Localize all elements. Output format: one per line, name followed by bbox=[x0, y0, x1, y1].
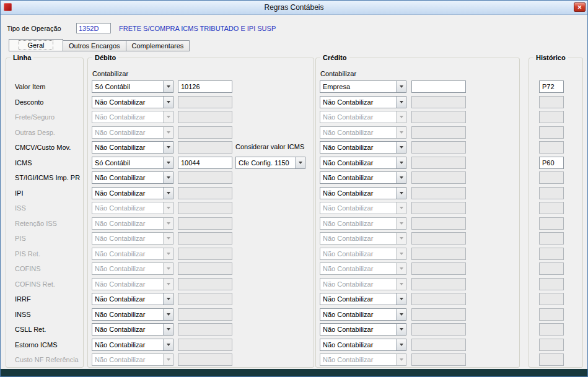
debito-contabilizar-select[interactable]: Não Contabilizar bbox=[92, 187, 173, 199]
credito-contabilizar-select: Não Contabilizar bbox=[320, 111, 406, 123]
dropdown-arrow-icon bbox=[396, 293, 406, 305]
debito-contabilizar-select-value: Não Contabilizar bbox=[92, 172, 163, 183]
debito-account-input[interactable]: 10044 bbox=[178, 157, 232, 169]
row-label: Outras Desp. bbox=[15, 126, 55, 139]
historico-input bbox=[539, 293, 564, 305]
tab-bar: Geral Outros Encargos Complementares bbox=[9, 39, 189, 51]
debito-contabilizar-select[interactable]: Não Contabilizar bbox=[92, 141, 173, 154]
debito-account-input bbox=[178, 308, 232, 321]
credito-contabilizar-select[interactable]: Não Contabilizar bbox=[320, 157, 406, 169]
debito-contabilizar-select[interactable]: Só Contábil bbox=[92, 80, 173, 93]
credito-contabilizar-select-value: Não Contabilizar bbox=[320, 263, 396, 274]
dropdown-arrow-icon bbox=[396, 111, 406, 123]
dropdown-arrow-icon bbox=[396, 309, 406, 320]
debito-contabilizar-select[interactable]: Não Contabilizar bbox=[92, 293, 173, 305]
debito-contabilizar-select: Não Contabilizar bbox=[92, 202, 173, 214]
credito-account-input bbox=[411, 232, 466, 245]
credito-contabilizar-select: Não Contabilizar bbox=[320, 278, 406, 290]
debito-account-input bbox=[178, 187, 232, 199]
historico-input bbox=[539, 248, 564, 260]
credito-contabilizar-select[interactable]: Não Contabilizar bbox=[320, 171, 406, 184]
debito-contabilizar-select-value: Só Contábil bbox=[92, 157, 163, 168]
dropdown-arrow-icon bbox=[396, 354, 406, 365]
group-credito-title: Crédito bbox=[320, 54, 349, 61]
dropdown-arrow-icon bbox=[396, 172, 406, 183]
dropdown-arrow-icon bbox=[396, 81, 406, 92]
debito-contabilizar-select[interactable]: Não Contabilizar bbox=[92, 323, 173, 336]
credito-contabilizar-select[interactable]: Não Contabilizar bbox=[320, 187, 406, 199]
debito-contabilizar-select-value: Não Contabilizar bbox=[92, 309, 163, 320]
dropdown-arrow-icon bbox=[396, 142, 406, 153]
operation-header: Tipo de Operação 1352D FRETE S/COMPRA IC… bbox=[7, 22, 276, 34]
credito-contabilizar-select[interactable]: Não Contabilizar bbox=[320, 323, 406, 336]
debito-contabilizar-select-value: Não Contabilizar bbox=[92, 279, 163, 290]
dropdown-arrow-icon bbox=[396, 202, 406, 214]
dropdown-arrow-icon bbox=[163, 157, 173, 168]
debito-contabilizar-select: Não Contabilizar bbox=[92, 126, 173, 139]
window-title: Regras Contábeis bbox=[264, 3, 323, 12]
historico-input bbox=[539, 126, 564, 139]
credito-contabilizar-select-value: Não Contabilizar bbox=[320, 111, 396, 123]
dropdown-arrow-icon bbox=[163, 142, 173, 153]
dropdown-arrow-icon bbox=[295, 157, 305, 168]
credito-account-input bbox=[411, 187, 466, 199]
debito-contabilizar-select[interactable]: Não Contabilizar bbox=[92, 171, 173, 184]
debito-account-input bbox=[178, 126, 232, 139]
credito-contabilizar-select[interactable]: Não Contabilizar bbox=[320, 96, 406, 108]
considerar-icms-select[interactable]: Cfe Config. 1150 bbox=[235, 157, 305, 169]
debito-contabilizar-select-value: Não Contabilizar bbox=[92, 354, 163, 365]
tab-geral[interactable]: Geral bbox=[9, 39, 63, 51]
debito-contabilizar-select[interactable]: Não Contabilizar bbox=[92, 339, 173, 351]
group-linha: Linha Valor ItemDescontoFrete/SeguroOutr… bbox=[6, 58, 84, 368]
credito-account-input bbox=[411, 141, 466, 154]
debito-account-input bbox=[178, 293, 232, 305]
debito-account-input bbox=[178, 217, 232, 230]
close-button[interactable]: ✕ bbox=[574, 2, 586, 12]
dropdown-arrow-icon bbox=[163, 188, 173, 199]
credito-account-input bbox=[411, 308, 466, 321]
tipo-operacao-input[interactable]: 1352D bbox=[76, 23, 111, 33]
credito-account-input bbox=[411, 157, 466, 169]
row-label: Custo NF Referência bbox=[15, 353, 79, 366]
credito-contabilizar-select: Não Contabilizar bbox=[320, 232, 406, 245]
credito-contabilizar-select[interactable]: Não Contabilizar bbox=[320, 308, 406, 321]
credito-account-input bbox=[411, 293, 466, 305]
credito-contabilizar-select[interactable]: Não Contabilizar bbox=[320, 293, 406, 305]
row-label: ICMS bbox=[15, 157, 32, 169]
credito-contabilizar-select[interactable]: Empresa bbox=[320, 80, 406, 93]
debito-contabilizar-select: Não Contabilizar bbox=[92, 262, 173, 275]
row-label: CSLL Ret. bbox=[15, 323, 46, 336]
debito-contabilizar-select[interactable]: Só Contábil bbox=[92, 157, 173, 169]
tab-outros-encargos-label: Outros Encargos bbox=[69, 42, 120, 50]
credito-contabilizar-select-value: Não Contabilizar bbox=[320, 202, 396, 214]
credito-contabilizar-select[interactable]: Não Contabilizar bbox=[320, 141, 406, 154]
dropdown-arrow-icon bbox=[396, 324, 406, 335]
debito-contabilizar-select-value: Não Contabilizar bbox=[92, 188, 163, 199]
dropdown-arrow-icon bbox=[396, 263, 406, 274]
debito-account-input bbox=[178, 171, 232, 184]
debito-contabilizar-select-value: Não Contabilizar bbox=[92, 293, 163, 305]
historico-input[interactable]: P60 bbox=[539, 157, 564, 169]
debito-account-input[interactable]: 10126 bbox=[178, 80, 232, 93]
titlebar[interactable]: Regras Contábeis ✕ bbox=[1, 1, 587, 15]
row-label: Retenção ISS bbox=[15, 217, 57, 230]
debito-contabilizar-select[interactable]: Não Contabilizar bbox=[92, 308, 173, 321]
credito-contabilizar-select: Não Contabilizar bbox=[320, 217, 406, 230]
group-debito-title: Débito bbox=[92, 54, 118, 61]
dropdown-arrow-icon bbox=[163, 233, 173, 244]
tab-outros-encargos[interactable]: Outros Encargos bbox=[63, 40, 126, 51]
debito-contabilizar-select: Não Contabilizar bbox=[92, 248, 173, 260]
credito-contabilizar-select[interactable]: Não Contabilizar bbox=[320, 339, 406, 351]
dropdown-arrow-icon bbox=[163, 354, 173, 365]
credito-account-input bbox=[411, 278, 466, 290]
row-label: INSS bbox=[15, 308, 31, 321]
debito-contabilizar-select: Não Contabilizar bbox=[92, 232, 173, 245]
credito-contabilizar-select: Não Contabilizar bbox=[320, 353, 406, 366]
credito-account-input[interactable] bbox=[411, 80, 466, 93]
historico-input[interactable]: P72 bbox=[539, 80, 564, 93]
tab-complementares[interactable]: Complementares bbox=[126, 40, 190, 51]
debito-contabilizar-select: Não Contabilizar bbox=[92, 217, 173, 230]
credito-contabilizar-select-value: Não Contabilizar bbox=[320, 188, 396, 199]
dropdown-arrow-icon bbox=[396, 339, 406, 350]
debito-contabilizar-select[interactable]: Não Contabilizar bbox=[92, 96, 173, 108]
